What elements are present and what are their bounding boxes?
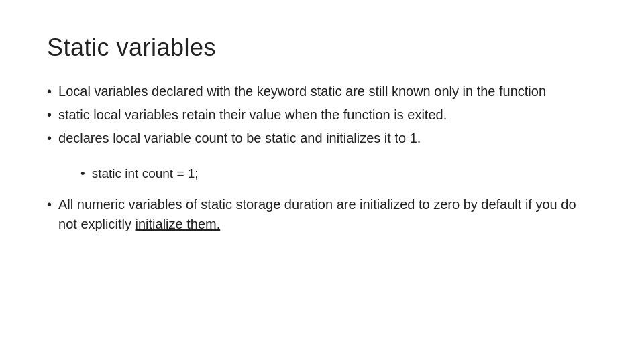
slide-title: Static variables [47, 34, 597, 62]
bullet-text: Local variables declared with the keywor… [58, 82, 546, 101]
list-item: • All numeric variables of static storag… [47, 195, 597, 234]
sub-list-item: • static int count = 1; [80, 164, 597, 183]
bullet-icon: • [47, 129, 52, 148]
list-item: • static local variables retain their va… [47, 105, 597, 125]
bullet-text: static local variables retain their valu… [58, 105, 447, 125]
bullet-icon: • [47, 195, 52, 215]
bullet-text: All numeric variables of static storage … [58, 195, 597, 234]
bullet-icon: • [47, 105, 52, 125]
slide-content: • Local variables declared with the keyw… [47, 82, 597, 238]
bullet-text: declares local variable count to be stat… [58, 129, 421, 148]
list-item: • Local variables declared with the keyw… [47, 82, 597, 101]
underlined-text: initialize them. [136, 217, 221, 231]
list-item: • declares local variable count to be st… [47, 129, 597, 148]
sub-bullet-text: static int count = 1; [92, 164, 199, 183]
bullet-icon: • [47, 82, 52, 101]
sub-bullet-icon: • [80, 164, 85, 183]
slide: Static variables • Local variables decla… [0, 0, 644, 362]
